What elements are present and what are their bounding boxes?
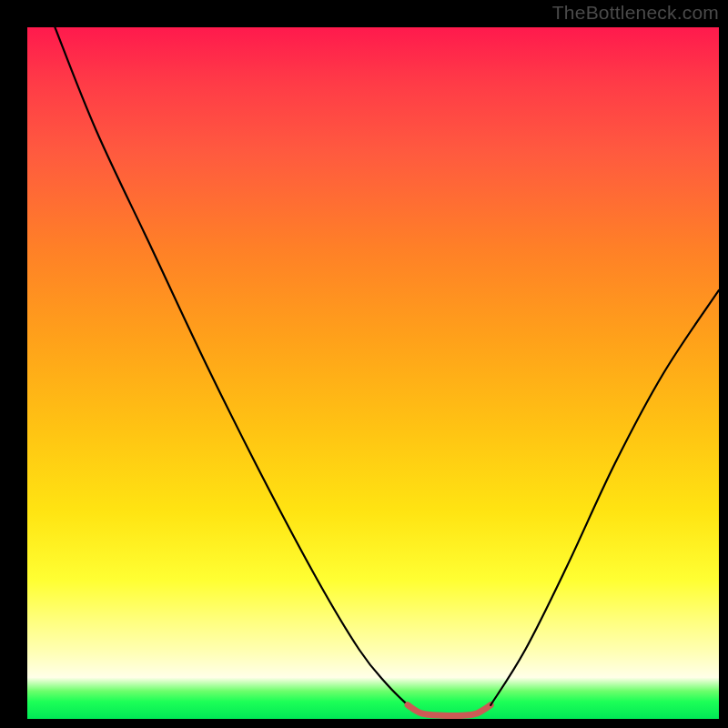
plot-area <box>27 27 719 719</box>
curve-trough <box>408 705 490 716</box>
watermark-text: TheBottleneck.com <box>552 2 719 24</box>
curve-right <box>490 290 719 705</box>
curve-left <box>55 27 408 705</box>
chart-frame: TheBottleneck.com <box>0 0 728 728</box>
chart-svg <box>27 27 719 719</box>
